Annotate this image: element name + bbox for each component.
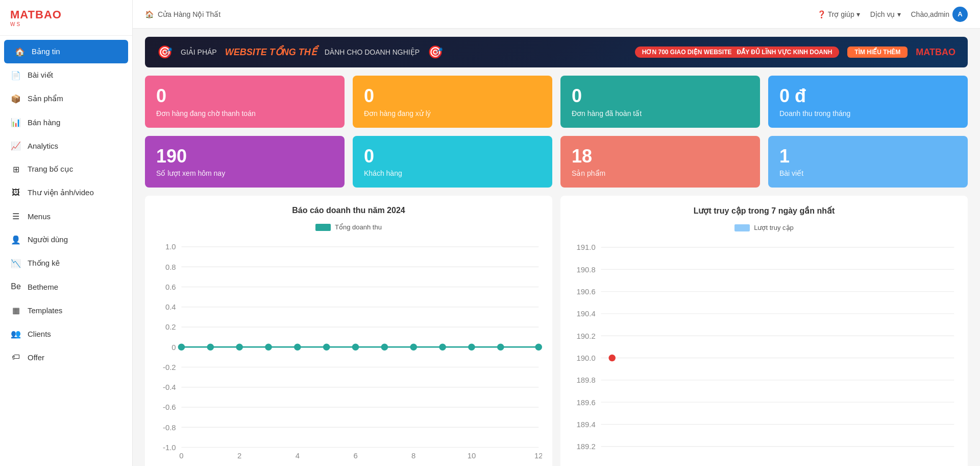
sidebar-label-san-pham: Sản phẩm bbox=[28, 94, 63, 103]
stat-card-0: 0Đơn hàng đang chờ thanh toán bbox=[145, 76, 345, 128]
breadcrumb: 🏠 Cửa Hàng Nội Thất bbox=[145, 10, 809, 18]
svg-point-31 bbox=[410, 344, 417, 351]
banner-cta-button[interactable]: TÌM HIỂU THÊM bbox=[847, 46, 908, 58]
sidebar-label-trang-bo-cuc: Trang bố cục bbox=[28, 165, 73, 174]
svg-text:189.2: 189.2 bbox=[576, 442, 595, 451]
help-button[interactable]: ❓ Trợ giúp ▾ bbox=[817, 10, 860, 18]
sidebar-item-ban-hang[interactable]: 📊Bán hàng bbox=[0, 110, 132, 134]
service-chevron-icon: ▾ bbox=[897, 10, 901, 18]
svg-text:189.4: 189.4 bbox=[576, 421, 595, 429]
sidebar-item-thong-ke[interactable]: 📉Thống kê bbox=[0, 251, 132, 275]
svg-point-24 bbox=[207, 344, 214, 351]
banner-cta-label: TÌM HIỂU THÊM bbox=[854, 49, 900, 56]
revenue-legend-label: Tổng doanh thu bbox=[335, 223, 382, 231]
banner-badge1: HƠN 700 GIAO DIỆN WEBSITE ĐẦY ĐỦ LĨNH VỰ… bbox=[635, 46, 840, 58]
svg-point-34 bbox=[497, 344, 504, 351]
service-button[interactable]: Dịch vụ ▾ bbox=[870, 10, 901, 18]
stat-card-4: 190Số lượt xem hôm nay bbox=[145, 136, 345, 188]
svg-text:8: 8 bbox=[411, 452, 415, 458]
revenue-legend-color bbox=[315, 224, 331, 231]
sidebar-item-bang-tin[interactable]: 🏠Bảng tin bbox=[4, 40, 128, 63]
stat-label-3: Doanh thu trong tháng bbox=[779, 109, 957, 118]
charts-row: Báo cáo doanh thu năm 2024 Tổng doanh th… bbox=[145, 196, 968, 466]
svg-point-63 bbox=[608, 355, 616, 362]
sidebar-item-san-pham[interactable]: 📦Sản phẩm bbox=[0, 87, 132, 110]
svg-point-26 bbox=[265, 344, 272, 351]
topbar: 🏠 Cửa Hàng Nội Thất ❓ Trợ giúp ▾ Dịch vụ… bbox=[133, 0, 980, 29]
sidebar-item-menus[interactable]: ☰Menus bbox=[0, 204, 132, 228]
svg-text:-0.6: -0.6 bbox=[163, 404, 176, 412]
help-label: Trợ giúp bbox=[828, 10, 854, 18]
sidebar-icon-betheme: Be bbox=[10, 281, 21, 292]
traffic-chart-card: Lượt truy cập trong 7 ngày gần nhất Lượt… bbox=[560, 196, 968, 466]
sidebar-item-nguoi-dung[interactable]: 👤Người dùng bbox=[0, 228, 132, 251]
svg-point-28 bbox=[323, 344, 330, 351]
help-icon: ❓ bbox=[817, 10, 826, 18]
traffic-chart-title: Lượt truy cập trong 7 ngày gần nhất bbox=[571, 206, 958, 216]
sidebar-icon-analytics: 📈 bbox=[10, 140, 21, 151]
svg-text:190.0: 190.0 bbox=[576, 354, 595, 362]
svg-text:0.2: 0.2 bbox=[165, 323, 176, 332]
sidebar-item-thu-vien[interactable]: 🖼Thư viện ảnh/video bbox=[0, 181, 132, 204]
traffic-legend-label: Lượt truy cập bbox=[754, 224, 793, 231]
user-menu[interactable]: Chào,admin A bbox=[911, 7, 968, 22]
svg-point-35 bbox=[535, 344, 542, 351]
svg-text:-0.8: -0.8 bbox=[163, 424, 176, 432]
svg-text:190.8: 190.8 bbox=[576, 266, 595, 274]
sidebar-label-menus: Menus bbox=[28, 212, 51, 221]
revenue-chart-legend: Tổng doanh thu bbox=[155, 223, 542, 231]
sidebar-item-betheme[interactable]: BeBetheme bbox=[0, 275, 132, 298]
svg-text:0.8: 0.8 bbox=[165, 263, 176, 271]
banner-icon-right: 🎯 bbox=[428, 45, 443, 59]
stat-label-1: Đơn hàng đang xử lý bbox=[364, 109, 541, 118]
banner-badge1-line2: ĐẦY ĐỦ LĨNH VỰC KINH DOANH bbox=[737, 49, 832, 56]
sidebar-item-offer[interactable]: 🏷Offer bbox=[0, 345, 132, 369]
sidebar-icon-bai-viet: 📄 bbox=[10, 69, 21, 81]
sidebar-label-thu-vien: Thư viện ảnh/video bbox=[28, 188, 94, 197]
sidebar-icon-templates: ▦ bbox=[10, 305, 21, 316]
stat-label-4: Số lượt xem hôm nay bbox=[156, 169, 333, 177]
stat-value-6: 18 bbox=[572, 146, 749, 167]
sidebar-item-templates[interactable]: ▦Templates bbox=[0, 298, 132, 322]
sidebar-item-analytics[interactable]: 📈Analytics bbox=[0, 134, 132, 157]
sidebar-icon-trang-bo-cuc: ⊞ bbox=[10, 164, 21, 175]
stat-label-5: Khách hàng bbox=[364, 169, 541, 177]
stat-label-7: Bài viết bbox=[779, 169, 957, 177]
sidebar-icon-bang-tin: 🏠 bbox=[14, 46, 26, 57]
sidebar-item-trang-bo-cuc[interactable]: ⊞Trang bố cục bbox=[0, 157, 132, 181]
svg-point-23 bbox=[178, 344, 185, 351]
stat-value-4: 190 bbox=[156, 146, 333, 167]
stat-label-0: Đơn hàng đang chờ thanh toán bbox=[156, 109, 333, 118]
svg-text:12: 12 bbox=[534, 452, 542, 458]
sidebar-icon-nguoi-dung: 👤 bbox=[10, 234, 21, 245]
sidebar-item-clients[interactable]: 👥Clients bbox=[0, 322, 132, 345]
svg-text:190.2: 190.2 bbox=[576, 332, 595, 340]
avatar: A bbox=[952, 7, 968, 22]
sidebar-label-thong-ke: Thống kê bbox=[28, 259, 60, 268]
banner-brand: MATBAO bbox=[916, 47, 955, 58]
stat-value-1: 0 bbox=[364, 86, 541, 106]
sidebar-label-clients: Clients bbox=[28, 330, 51, 338]
svg-point-33 bbox=[468, 344, 475, 351]
topbar-right: ❓ Trợ giúp ▾ Dịch vụ ▾ Chào,admin A bbox=[817, 7, 968, 22]
sidebar-label-nguoi-dung: Người dùng bbox=[28, 235, 68, 244]
help-chevron-icon: ▾ bbox=[856, 10, 860, 18]
stat-value-5: 0 bbox=[364, 146, 541, 167]
banner-highlight: WEBSITE TỔNG THỂ bbox=[225, 46, 316, 58]
sidebar-label-ban-hang: Bán hàng bbox=[28, 118, 60, 127]
revenue-chart-card: Báo cáo doanh thu năm 2024 Tổng doanh th… bbox=[145, 196, 552, 466]
content-area: 🎯 GIẢI PHÁP WEBSITE TỔNG THỂ DÀNH CHO DO… bbox=[133, 29, 980, 466]
traffic-chart-svg: 191.0 190.8 190.6 190.4 190.2 190.0 189.… bbox=[571, 238, 958, 461]
sidebar-icon-clients: 👥 bbox=[10, 328, 21, 339]
revenue-chart-svg: 1.0 0.8 0.6 0.4 0.2 0 -0.2 -0.4 -0.6 -0.… bbox=[155, 237, 542, 460]
svg-text:0: 0 bbox=[179, 452, 183, 458]
sidebar-label-analytics: Analytics bbox=[28, 142, 58, 150]
user-label: Chào,admin bbox=[911, 10, 950, 18]
stat-label-6: Sản phẩm bbox=[572, 169, 749, 177]
sidebar: MATBAO WS 🏠Bảng tin📄Bài viết📦Sản phẩm📊Bá… bbox=[0, 0, 133, 466]
svg-point-29 bbox=[352, 344, 359, 351]
sidebar-item-bai-viet[interactable]: 📄Bài viết bbox=[0, 63, 132, 87]
service-label: Dịch vụ bbox=[870, 10, 895, 18]
sidebar-icon-san-pham: 📦 bbox=[10, 93, 21, 104]
sidebar-icon-thong-ke: 📉 bbox=[10, 258, 21, 269]
